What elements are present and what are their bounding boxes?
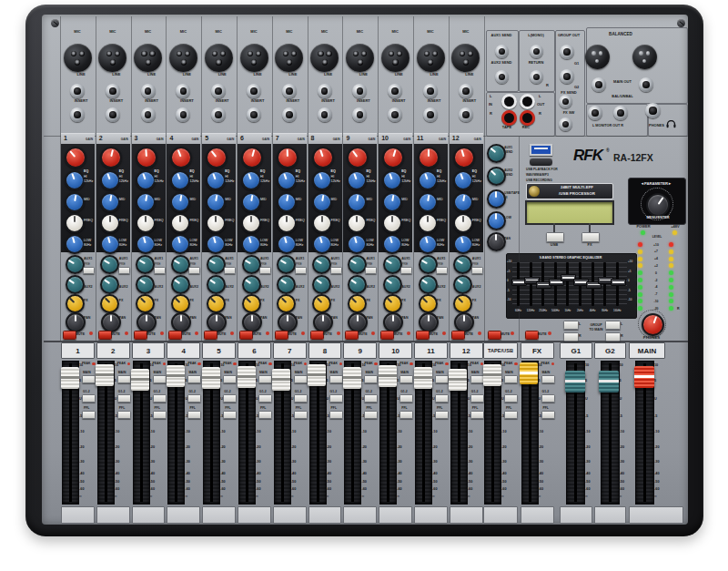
fx-select-button[interactable] — [581, 232, 600, 242]
processor-line2: /USB PROCESSOR — [559, 191, 595, 196]
l-mono-label: L(MONO) — [528, 34, 544, 38]
group-out-label: GROUP OUT — [558, 34, 580, 38]
return-label: RETURN — [529, 61, 544, 66]
power-label: POWER — [636, 225, 650, 229]
tape-r-label: R — [490, 112, 492, 117]
model-name: RA-12FX — [613, 152, 653, 164]
phones-knob-label: PHONES — [643, 335, 661, 340]
usb-select-button[interactable] — [546, 232, 564, 242]
aux2-send-jack — [495, 70, 509, 84]
menu-enter-knob[interactable] — [646, 193, 670, 217]
phones-io-label: PHONES — [649, 124, 664, 128]
phantom-led — [672, 230, 677, 235]
corner-screw — [677, 19, 685, 27]
tape-label: TAPE — [502, 126, 511, 130]
main-out-r-jack — [639, 77, 653, 92]
usb-button-stem — [553, 223, 555, 232]
fx-button-label: FX — [587, 243, 592, 248]
return-r-label: R — [546, 84, 549, 88]
aux1-send-jack — [495, 45, 509, 58]
fx-sw-label: FX SW — [563, 111, 575, 116]
monitor-l-jack — [588, 106, 602, 120]
usb-playback-line2: WAV/WMA/MP3 — [526, 173, 549, 177]
parameter-title: ◄PARAMETER► — [641, 181, 672, 186]
out-r-label: R — [539, 112, 541, 117]
tape-out-label: OUT — [537, 103, 544, 107]
tape-in-label: IN — [489, 103, 492, 107]
graphic-eq-panel — [506, 253, 637, 319]
return-jack — [530, 70, 543, 84]
usb-port[interactable] — [530, 144, 552, 156]
main-out-group — [586, 27, 688, 104]
main-out-l-jack — [592, 77, 606, 92]
headphones-icon — [666, 120, 676, 128]
out-l-label: L — [539, 95, 541, 99]
lcd-display — [525, 200, 614, 225]
rec-label: REC — [522, 126, 530, 130]
phantom-label: +48V — [671, 225, 679, 229]
monitor-r-jack — [613, 106, 628, 120]
brand-logo: RFK — [573, 147, 602, 165]
fx-button-stem — [589, 223, 591, 232]
power-led — [641, 230, 645, 235]
l-mono-jack — [530, 45, 543, 58]
usb-logo-pill — [529, 158, 553, 167]
tape-l-label: L — [490, 95, 491, 99]
menu-enter-label: MENU/ENTER — [646, 216, 669, 220]
aux1-send-label: AUX1 SEND — [491, 34, 512, 38]
phones-jack — [645, 103, 661, 118]
processor-line1: 24BIT MULTI-EFF — [561, 185, 593, 189]
tape-group — [486, 92, 555, 137]
corner-screw — [51, 19, 59, 27]
balanced-label: BALANCED — [609, 32, 632, 37]
fx-send-jack — [559, 95, 572, 108]
processor-logo-icon — [528, 185, 541, 198]
group-to-main-line2: TO MAIN — [589, 328, 602, 331]
fx-footswitch-jack — [559, 117, 572, 131]
mixer-photo: AUX1 SEND AUX2 SEND L(MONO) RETURN R GRO… — [0, 0, 728, 571]
bal-unbal-label: BAL/UNBAL — [612, 95, 632, 99]
meter-title: LEVEL — [652, 236, 662, 240]
phones-knob[interactable] — [642, 313, 664, 336]
group-to-main-line1: GROUP — [590, 323, 602, 327]
group-out-g2-jack — [560, 69, 574, 84]
aux2-send-label: AUX2 SEND — [491, 61, 512, 66]
main-out-label: MAIN OUT — [613, 80, 632, 85]
brand-reg: ® — [606, 148, 610, 153]
group-out-g1-jack — [560, 45, 574, 59]
usb-playback-line1: USB PLAYBACK FOR — [526, 168, 558, 171]
monitor-label: L MONITOR OUT R — [592, 124, 623, 128]
geq-title: 9-BAND STEREO GRAPHIC EQUALIZER — [540, 256, 602, 260]
usb-playback-line3: USB RECORDING — [526, 178, 552, 182]
usb-button-label: USB — [551, 243, 558, 248]
g1-label: G1 — [574, 62, 579, 66]
